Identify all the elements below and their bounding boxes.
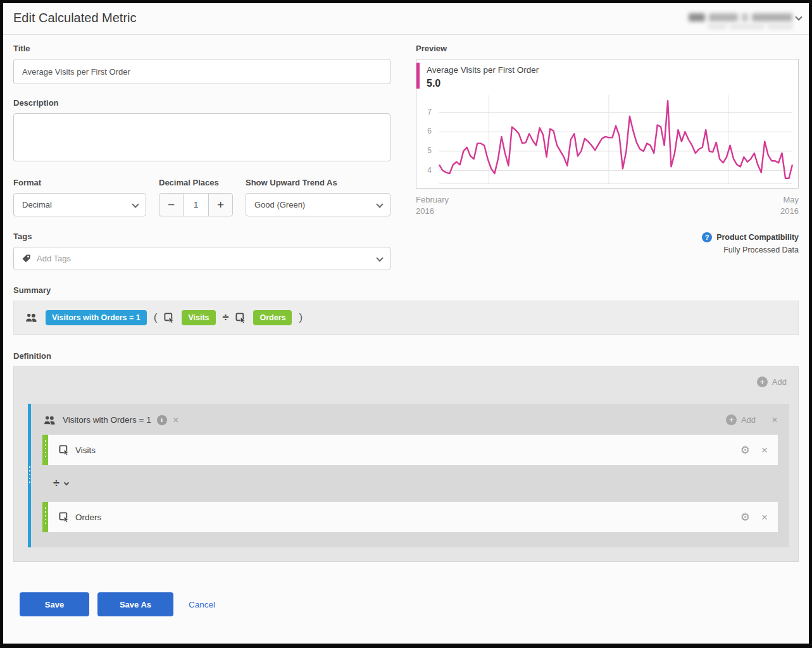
divide-operator: ÷ — [223, 311, 229, 325]
edit-calculated-metric-dialog: Edit Calculated Metric Title Description — [0, 0, 812, 648]
segment-pill: Visitors with Orders = 1 — [46, 310, 147, 325]
metric-remove-icon[interactable]: × — [761, 445, 768, 456]
quantity-stepper: − + — [159, 193, 233, 216]
metric-drag-handle[interactable] — [42, 435, 48, 465]
compatibility-value: Fully Processed Data — [416, 246, 799, 254]
y-tick-label: 4 — [427, 166, 432, 175]
segment-close-icon[interactable]: × — [771, 414, 778, 425]
segment-add-button[interactable]: + Add — [726, 414, 756, 425]
title-input[interactable] — [13, 59, 390, 84]
summary-formula: Visitors with Orders = 1 ( Visits ÷ Orde… — [13, 301, 799, 335]
metric-row-label: Orders — [75, 513, 101, 522]
add-icon: + — [757, 377, 768, 387]
metric-row-label: Visits — [75, 446, 96, 455]
product-compatibility: ? Product Compatibility Fully Processed … — [416, 231, 799, 254]
dialog-header: Edit Calculated Metric — [3, 3, 809, 35]
preview-x-axis: February 2016 May 2016 — [416, 194, 799, 217]
tags-placeholder: Add Tags — [37, 254, 71, 263]
report-suite-selector[interactable] — [682, 7, 803, 30]
format-group: Format Decimal — [13, 178, 146, 216]
decrement-button[interactable]: − — [159, 193, 184, 216]
metric-row-orders: Orders ⚙ × — [42, 502, 778, 532]
save-button[interactable]: Save — [20, 592, 89, 616]
definition-add-button[interactable]: + Add — [757, 377, 787, 387]
preview-metric-name: Average Visits per First Order — [427, 65, 539, 75]
info-icon[interactable]: i — [157, 415, 167, 425]
metric-row-visits: Visits ⚙ × — [42, 435, 778, 465]
x-axis-start-label: February 2016 — [416, 194, 449, 217]
close-paren: ) — [299, 311, 303, 324]
x-axis-end-label: May 2016 — [780, 194, 799, 217]
people-icon — [42, 415, 57, 425]
chevron-down-icon — [132, 201, 139, 208]
metric-remove-icon[interactable]: × — [761, 512, 768, 523]
redacted-selector-subtext — [708, 24, 793, 29]
preview-plot — [439, 95, 792, 184]
y-tick-label: 5 — [427, 146, 432, 155]
compatibility-label: Product Compatibility — [716, 233, 799, 242]
chevron-down-icon — [64, 480, 69, 485]
format-value: Decimal — [22, 200, 52, 209]
gear-icon[interactable]: ⚙ — [740, 444, 750, 457]
cancel-link[interactable]: Cancel — [189, 600, 215, 609]
save-as-button[interactable]: Save As — [97, 592, 173, 616]
y-tick-label: 6 — [427, 127, 432, 135]
tags-select[interactable]: Add Tags — [13, 247, 390, 270]
segment-title: Visitors with Orders = 1 — [63, 415, 151, 425]
decimal-places-label: Decimal Places — [159, 178, 233, 187]
format-select[interactable]: Decimal — [13, 193, 146, 216]
help-icon[interactable]: ? — [702, 232, 712, 242]
chevron-down-icon — [376, 201, 383, 208]
open-paren: ( — [154, 311, 158, 324]
metric-cursor-icon — [59, 512, 70, 523]
add-icon: + — [726, 414, 737, 425]
segment-remove-icon[interactable]: × — [173, 414, 179, 425]
metric-cursor-icon — [59, 445, 70, 456]
preview-chart: Average Visits per First Order 5.0 4567 — [416, 59, 799, 189]
operator-dropdown[interactable]: ÷ — [42, 465, 778, 502]
format-label: Format — [13, 178, 146, 187]
segment-container: Visitors with Orders = 1 i × + Add × — [28, 404, 789, 547]
page-title: Edit Calculated Metric — [13, 11, 137, 25]
chevron-down-icon — [376, 254, 383, 261]
increment-button[interactable]: + — [208, 193, 233, 216]
upward-trend-label: Show Upward Trend As — [246, 178, 390, 187]
gear-icon[interactable]: ⚙ — [740, 511, 750, 524]
preview-label: Preview — [416, 44, 799, 53]
decimal-places-input[interactable] — [184, 193, 208, 216]
definition-label: Definition — [13, 351, 799, 361]
description-input[interactable] — [13, 113, 390, 161]
people-icon — [24, 313, 39, 323]
tag-icon — [22, 254, 31, 263]
upward-trend-value: Good (Green) — [254, 200, 305, 209]
preview-y-labels: 4567 — [416, 59, 437, 188]
segment-drag-handle[interactable] — [28, 404, 31, 547]
description-label: Description — [13, 98, 390, 108]
trend-group: Show Upward Trend As Good (Green) — [246, 178, 390, 216]
metric-cursor-icon — [235, 313, 246, 323]
tags-label: Tags — [13, 232, 390, 241]
upward-trend-select[interactable]: Good (Green) — [246, 193, 390, 216]
chevron-down-icon — [795, 13, 802, 20]
title-label: Title — [13, 44, 390, 53]
definition-canvas: + Add Visitors with Orders = 1 — [13, 366, 799, 562]
decimal-places-group: Decimal Places − + — [159, 178, 233, 216]
metric-pill-orders: Orders — [253, 310, 292, 325]
metric-pill-visits: Visits — [182, 310, 215, 325]
summary-label: Summary — [13, 285, 799, 295]
redacted-selector-text — [689, 13, 792, 22]
y-tick-label: 7 — [427, 108, 432, 116]
divide-operator: ÷ — [53, 477, 59, 490]
metric-cursor-icon — [164, 313, 175, 323]
metric-drag-handle[interactable] — [42, 502, 48, 532]
